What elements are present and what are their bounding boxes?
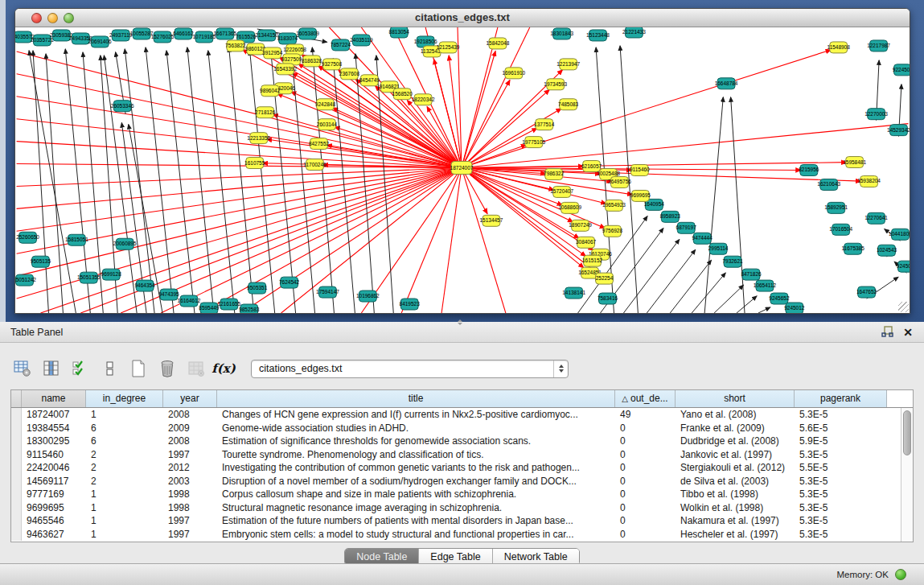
table-cell[interactable]: 5.9E-5 xyxy=(795,435,887,447)
table-cell[interactable]: Franke et al. (2009) xyxy=(676,422,795,434)
column-header-short[interactable]: short xyxy=(676,390,795,407)
tab-node-table[interactable]: Node Table xyxy=(345,549,419,565)
table-cell[interactable]: 0 xyxy=(615,529,676,540)
table-cell[interactable]: 9463627 xyxy=(22,529,86,540)
table-row[interactable]: 969969511998Structural magnetic resonanc… xyxy=(11,501,901,515)
table-row[interactable]: 911546021997Tourette syndrome. Phenomeno… xyxy=(11,448,901,462)
table-cell[interactable]: 9465546 xyxy=(22,515,86,526)
table-cell[interactable]: Wolkin et al. (1998) xyxy=(676,502,795,513)
citation-edge-black[interactable] xyxy=(704,97,723,313)
show-columns-icon[interactable] xyxy=(40,357,63,380)
citation-network-graph[interactable]: 2403557220355721230593812494335820691406… xyxy=(15,27,910,313)
table-cell[interactable]: 1 xyxy=(86,502,163,513)
table-cell[interactable]: 1998 xyxy=(163,488,217,500)
table-cell[interactable]: 1998 xyxy=(163,502,217,513)
table-row[interactable]: 977716911998Corpus callosum shape and si… xyxy=(11,488,901,501)
citation-edge-black[interactable] xyxy=(376,56,393,313)
table-cell[interactable]: Changes of HCN gene expression and I(f) … xyxy=(217,409,615,420)
window-resize-grip[interactable] xyxy=(898,302,909,312)
column-header-title[interactable]: title xyxy=(217,390,615,407)
citation-edge-red[interactable] xyxy=(241,168,462,313)
table-cell[interactable]: Tourette syndrome. Phenomenology and cla… xyxy=(217,449,615,460)
table-cell[interactable]: 1997 xyxy=(163,449,217,460)
table-cell[interactable]: 1 xyxy=(86,488,163,500)
table-cell[interactable]: 5.3E-5 xyxy=(795,488,887,500)
citation-edge-red[interactable] xyxy=(17,164,462,168)
table-cell[interactable]: 2003 xyxy=(163,476,217,487)
table-row[interactable]: 1830029562008Estimation of significance … xyxy=(11,435,901,448)
tab-edge-table[interactable]: Edge Table xyxy=(419,549,492,565)
panel-splitter-handle[interactable] xyxy=(455,319,465,325)
table-cell[interactable]: 0 xyxy=(615,449,676,460)
table-cell[interactable]: 1 xyxy=(86,515,163,526)
table-cell[interactable]: 0 xyxy=(615,462,676,473)
column-header-pagerank[interactable]: pagerank xyxy=(795,390,887,407)
table-cell[interactable]: 0 xyxy=(615,435,676,447)
table-cell[interactable]: Tibbo et al. (1998) xyxy=(676,488,795,500)
table-cell[interactable]: 6 xyxy=(86,422,163,434)
citation-edge-black[interactable] xyxy=(731,97,745,313)
table-row[interactable]: 1456911722003Disruption of a novel membe… xyxy=(11,475,901,488)
citation-edge-black[interactable] xyxy=(647,249,695,313)
column-header-in-degree[interactable]: in_degree xyxy=(86,390,163,407)
table-cell[interactable]: Estimation of significance thresholds fo… xyxy=(217,435,615,447)
citation-edge-black[interactable] xyxy=(33,51,48,313)
table-cell[interactable]: 1 xyxy=(86,529,163,540)
table-cell[interactable]: Estimation of the future numbers of pati… xyxy=(217,515,615,526)
table-cell[interactable]: 18300295 xyxy=(22,435,86,447)
table-cell[interactable]: 6 xyxy=(86,435,163,447)
table-cell[interactable]: 14569117 xyxy=(22,476,86,487)
citation-edge-red[interactable] xyxy=(462,168,487,214)
delete-table-icon[interactable] xyxy=(156,357,179,380)
table-cell[interactable]: 0 xyxy=(615,422,676,434)
table-cell[interactable]: 1997 xyxy=(163,529,217,540)
table-cell[interactable]: 19384554 xyxy=(22,422,86,434)
select-columns-icon[interactable] xyxy=(69,357,92,380)
tab-network-table[interactable]: Network Table xyxy=(493,549,579,565)
float-panel-icon[interactable] xyxy=(881,326,893,338)
citation-edge-black[interactable] xyxy=(187,47,214,313)
table-cell[interactable]: 2 xyxy=(86,462,163,473)
close-panel-icon[interactable]: ✕ xyxy=(903,327,913,338)
table-cell[interactable]: 5.3E-5 xyxy=(795,515,887,526)
table-cell[interactable]: Embryonic stem cells: a model to study s… xyxy=(217,529,615,540)
vertical-scrollbar[interactable] xyxy=(901,408,913,542)
table-cell[interactable]: 9777169 xyxy=(22,488,86,500)
citation-edge-black[interactable] xyxy=(291,52,314,313)
row-height-icon[interactable] xyxy=(98,357,121,380)
citation-edge-red[interactable] xyxy=(462,163,847,168)
table-cell[interactable]: Stergiakouli et al. (2012) xyxy=(676,462,795,473)
table-cell[interactable]: 9699695 xyxy=(22,502,86,513)
table-cell[interactable]: 2 xyxy=(86,476,163,487)
table-cell[interactable]: 2009 xyxy=(163,422,217,434)
table-cell[interactable]: 0 xyxy=(615,476,676,487)
citation-edge-black[interactable] xyxy=(714,285,743,313)
table-cell[interactable]: 9115460 xyxy=(22,449,86,460)
table-row[interactable]: 1872400712008Changes of HCN gene express… xyxy=(11,408,901,422)
column-header-out-de-[interactable]: △out_de... xyxy=(615,390,676,407)
table-cell[interactable]: 5.3E-5 xyxy=(795,502,887,513)
table-cell[interactable]: 1997 xyxy=(163,515,217,526)
citation-edge-black[interactable] xyxy=(166,51,195,313)
column-header-name[interactable]: name xyxy=(22,390,86,407)
table-settings-icon[interactable] xyxy=(11,357,34,380)
table-cell[interactable]: 0 xyxy=(615,502,676,513)
table-cell[interactable]: 5.3E-5 xyxy=(795,529,887,540)
citation-edge-red[interactable] xyxy=(17,168,462,209)
citation-edge-red[interactable] xyxy=(17,119,462,168)
table-cell[interactable]: Genome-wide association studies in ADHD. xyxy=(217,422,615,434)
citation-edge-black[interactable] xyxy=(758,307,770,313)
table-cell[interactable]: 2008 xyxy=(163,409,217,420)
dropdown-stepper-icon[interactable] xyxy=(553,360,568,377)
table-cell[interactable]: 0 xyxy=(615,488,676,500)
network-graph-canvas[interactable]: 2403557220355721230593812494335820691406… xyxy=(15,27,910,313)
table-cell[interactable]: 49 xyxy=(615,409,676,420)
window-titlebar[interactable]: citations_edges.txt xyxy=(15,9,910,27)
new-table-icon[interactable] xyxy=(127,357,150,380)
table-cell[interactable]: de Silva et al. (2003) xyxy=(676,476,795,487)
table-cell[interactable]: Yano et al. (2008) xyxy=(676,409,795,420)
function-builder-icon[interactable]: f(x) xyxy=(214,357,236,380)
table-row[interactable]: 946362711997Embryonic stem cells: a mode… xyxy=(11,528,901,542)
table-cell[interactable]: Hescheler et al. (1997) xyxy=(676,529,795,540)
citation-edge-black[interactable] xyxy=(623,239,679,313)
